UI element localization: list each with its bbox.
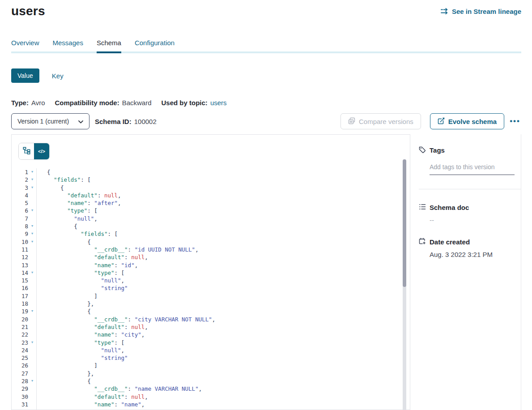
tags-section: Tags <box>419 146 521 189</box>
line-number: 6 <box>12 207 28 214</box>
used-by-topic: Used by topic: users <box>162 99 227 107</box>
stream-lineage-link[interactable]: See in Stream lineage <box>440 8 521 15</box>
code-text: "type": [ <box>37 408 124 410</box>
code-line: 2▼"fields": [ <box>12 176 410 184</box>
line-number: 27 <box>12 370 28 377</box>
code-text: "string" <box>37 354 128 362</box>
fold-arrow-icon[interactable]: ▼ <box>28 207 37 214</box>
schema-doc-value: -- <box>430 216 521 224</box>
fold-arrow-icon[interactable]: ▼ <box>28 308 37 315</box>
schema-meta-row: Type: Avro Compatibility mode: Backward … <box>11 99 521 107</box>
line-number: 21 <box>12 323 28 331</box>
line-number: 13 <box>12 261 28 269</box>
key-toggle-button[interactable]: Key <box>52 72 64 80</box>
code-line: 24"null", <box>12 346 410 354</box>
code-line: 10▼{ <box>12 238 410 246</box>
line-number: 17 <box>12 292 28 300</box>
code-line: 9▼"fields": [ <box>12 230 410 238</box>
code-line: 21"default": null, <box>12 323 410 331</box>
tab-schema[interactable]: Schema <box>97 38 121 47</box>
line-number: 9 <box>12 230 28 238</box>
line-number: 28 <box>12 377 28 385</box>
code-line: 11"__crdb__": "id UUID NOT NULL", <box>12 246 410 253</box>
version-select[interactable]: Version 1 (current) <box>11 113 89 129</box>
stream-lineage-label: See in Stream lineage <box>452 8 521 15</box>
evolve-schema-button[interactable]: Evolve schema <box>430 113 504 129</box>
code-line: 31"name": "name", <box>12 401 410 408</box>
tab-messages[interactable]: Messages <box>53 38 83 47</box>
code-text: "type": [ <box>37 207 98 214</box>
code-line: 32▼"type": [ <box>12 408 410 410</box>
code-line: 6▼"type": [ <box>12 207 410 214</box>
fold-gutter <box>28 246 37 253</box>
schema-sidebar: Tags Schema doc -- <box>410 134 521 410</box>
fold-arrow-icon[interactable]: ▼ <box>28 230 37 238</box>
tag-icon <box>419 146 426 154</box>
more-options-button[interactable]: ••• <box>509 117 521 126</box>
fold-gutter <box>28 362 37 369</box>
line-number: 4 <box>12 192 28 199</box>
code-line: 14▼"type": [ <box>12 269 410 277</box>
tab-overview[interactable]: Overview <box>11 38 39 47</box>
fold-arrow-icon[interactable]: ▼ <box>28 408 37 410</box>
fold-arrow-icon[interactable]: ▼ <box>28 269 37 277</box>
code-line: 8▼{ <box>12 222 410 230</box>
schema-editor-panel: </> 1▼{2▼"fields": [3▼{4"default": null,… <box>11 134 410 410</box>
code-text: "name": "id", <box>37 261 138 269</box>
value-toggle-button[interactable]: Value <box>11 68 39 83</box>
line-number: 12 <box>12 253 28 261</box>
editor-mode-toggle: </> <box>18 143 50 160</box>
tags-input[interactable] <box>430 163 515 175</box>
topic-link[interactable]: users <box>210 99 227 107</box>
fold-gutter <box>28 393 37 401</box>
fold-arrow-icon[interactable]: ▼ <box>28 222 37 230</box>
code-line: 26] <box>12 362 410 369</box>
tree-view-button[interactable] <box>19 143 34 159</box>
code-view-button[interactable]: </> <box>34 143 49 159</box>
line-number: 5 <box>12 199 28 207</box>
code-text: }, <box>37 370 94 377</box>
code-line: 12"default": null, <box>12 253 410 261</box>
editor-scrollbar[interactable] <box>403 159 406 410</box>
code-line: 17] <box>12 292 410 300</box>
code-text: "default": null, <box>37 253 148 261</box>
fold-gutter <box>28 292 37 300</box>
fold-arrow-icon[interactable]: ▼ <box>28 377 37 385</box>
schema-type: Type: Avro <box>11 99 45 107</box>
fold-arrow-icon[interactable]: ▼ <box>28 339 37 346</box>
line-number: 32 <box>12 408 28 410</box>
code-line: 15"null", <box>12 277 410 284</box>
fold-arrow-icon[interactable]: ▼ <box>28 176 37 184</box>
compare-versions-button[interactable]: Compare versions <box>340 113 421 129</box>
code-text: "default": null, <box>37 323 148 331</box>
code-text: "name": "name", <box>37 401 145 408</box>
versions-icon <box>348 117 355 126</box>
fold-gutter <box>28 192 37 199</box>
fold-arrow-icon[interactable]: ▼ <box>28 184 37 192</box>
fold-arrow-icon[interactable]: ▼ <box>28 238 37 246</box>
tab-bar: OverviewMessagesSchemaConfiguration <box>11 38 521 51</box>
line-number: 8 <box>12 222 28 230</box>
code-line: 13"name": "id", <box>12 261 410 269</box>
page-title: users <box>11 4 45 19</box>
fold-gutter <box>28 284 37 292</box>
scrollbar-thumb[interactable] <box>403 159 406 287</box>
compatibility-mode: Compatibility mode: Backward <box>55 99 151 107</box>
code-text: ] <box>37 292 98 300</box>
line-number: 29 <box>12 385 28 393</box>
tab-configuration[interactable]: Configuration <box>135 38 174 47</box>
fold-arrow-icon[interactable]: ▼ <box>28 168 37 176</box>
code-line: 22"name": "city", <box>12 331 410 338</box>
line-number: 10 <box>12 238 28 246</box>
code-text: "__crdb__": "name VARCHAR NULL", <box>37 385 202 393</box>
fold-gutter <box>28 300 37 308</box>
code-line: 18}, <box>12 300 410 308</box>
date-created-heading: Date created <box>430 238 470 246</box>
code-text: "null", <box>37 277 124 284</box>
code-text: "string" <box>37 284 128 292</box>
fold-gutter <box>28 354 37 362</box>
stream-lineage-icon <box>440 8 449 15</box>
fold-gutter <box>28 316 37 323</box>
code-line: 7"null", <box>12 215 410 222</box>
code-text: "name": "city", <box>37 331 145 338</box>
